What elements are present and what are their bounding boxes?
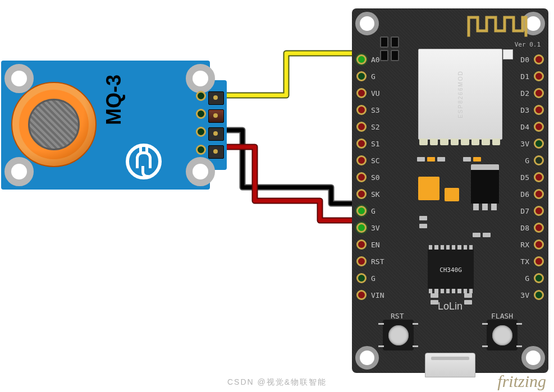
pin-label: G — [371, 207, 376, 215]
ch340-chip-label: CH340G — [428, 266, 474, 274]
sensor-model-label: MQ-3 — [102, 75, 126, 125]
pin-hole — [534, 88, 544, 98]
pin-left-g: G — [356, 273, 376, 283]
pin-hole — [356, 256, 367, 266]
pin-hole — [356, 139, 367, 149]
pin-hole — [356, 223, 367, 233]
pin-left-s3: S3 — [356, 105, 380, 115]
pin-right-d5: D5 — [520, 172, 544, 182]
board-product-label: LoLin — [352, 301, 548, 312]
tantalum-cap — [418, 177, 439, 200]
sensor-header-ao — [208, 91, 224, 105]
pin-label: EN — [371, 241, 380, 249]
pin-hole — [534, 239, 544, 250]
pin-right-g: G — [525, 155, 544, 165]
pin-hole — [534, 189, 544, 199]
pin-column-right: D0D1D2D3D43VGD5D6D7D8RXTXG3V — [510, 54, 544, 300]
pin-hole — [356, 273, 367, 283]
watermark-text: CSDN @视觉&物联智能 — [227, 377, 327, 388]
pin-left-en: EN — [356, 239, 380, 250]
pin-right-d4: D4 — [520, 122, 544, 132]
sensor-pin-header — [208, 91, 223, 159]
smd-component — [417, 157, 425, 162]
mount-hole — [521, 346, 545, 370]
pin-right-d2: D2 — [520, 88, 544, 98]
smd-component — [473, 157, 481, 162]
pin-label: D5 — [520, 173, 529, 182]
pin-label: D0 — [520, 56, 529, 64]
pin-label: D1 — [520, 72, 529, 81]
pin-label: S3 — [371, 106, 380, 114]
pin-left-vin: VIN — [356, 290, 384, 300]
pin-label: SK — [371, 190, 380, 199]
pin-label: G — [371, 274, 376, 283]
pin-hole — [356, 189, 367, 199]
pin-hole — [534, 54, 544, 64]
pin-hole — [534, 155, 544, 165]
pin-hole — [356, 105, 367, 115]
pin-label: 3V — [371, 224, 380, 232]
pin-label: G — [371, 72, 376, 81]
smd-component — [427, 157, 435, 162]
pin-left-s1: S1 — [356, 139, 380, 149]
flash-button-label: FLASH — [491, 312, 513, 320]
ch340-chip: CH340G — [428, 250, 474, 289]
pin-label: SC — [371, 156, 380, 165]
smd-component — [464, 293, 472, 298]
sensor-header-gnd — [208, 127, 224, 141]
pin-label: G — [525, 156, 529, 165]
sensor-header-vcc — [208, 145, 224, 159]
pin-right-tx: TX — [520, 256, 544, 266]
pin-right-3v: 3V — [520, 139, 544, 149]
pin-hole — [534, 105, 544, 115]
pin-left-g: G — [356, 206, 376, 216]
smd-component — [437, 157, 445, 162]
sensor-pin-vcc — [196, 145, 206, 155]
pin-right-3v: 3V — [520, 290, 544, 300]
pin-right-g: G — [525, 273, 544, 283]
pin-hole — [356, 172, 367, 182]
pin-right-d0: D0 — [520, 54, 544, 64]
rst-button[interactable]: RST — [383, 320, 414, 351]
pin-right-d1: D1 — [520, 71, 544, 81]
mount-hole — [186, 64, 215, 93]
shield-pads — [418, 139, 501, 145]
pin-label: VIN — [371, 291, 384, 299]
pin-hole — [356, 155, 367, 165]
esp8266-shield: ESP8266MOD — [418, 49, 502, 140]
pin-hole — [534, 290, 544, 300]
pin-label: S1 — [371, 140, 380, 148]
flash-button[interactable]: FLASH — [487, 320, 518, 351]
pin-hole — [534, 206, 544, 216]
pin-hole — [356, 290, 367, 300]
pin-label: S0 — [371, 173, 380, 182]
pin-label: D8 — [520, 224, 529, 232]
sensor-pin-do — [196, 109, 206, 119]
voltage-regulator — [471, 170, 499, 204]
sensor-header-do — [208, 109, 224, 123]
smd-component — [419, 224, 427, 228]
pin-left-sc: SC — [356, 155, 380, 165]
sensor-pin-gnd — [196, 127, 206, 137]
pin-left-g: G — [356, 71, 376, 81]
pin-left-3v: 3V — [356, 223, 380, 233]
pin-hole — [534, 223, 544, 233]
voltage-regulator-pins — [473, 204, 497, 210]
generator-label: fritzing — [497, 372, 546, 391]
plug-icon — [126, 144, 162, 179]
pin-left-s0: S0 — [356, 172, 380, 182]
tantalum-cap — [445, 188, 459, 201]
pin-hole — [534, 256, 544, 266]
smd-component — [473, 233, 480, 237]
pin-left-vu: VU — [356, 88, 380, 98]
pin-label: VU — [371, 89, 380, 98]
pin-hole — [356, 122, 367, 132]
pin-hole — [356, 88, 367, 98]
nodemcu-lolin-board: Ver 0.1 ESP8266MOD A0GVUS3S2S1SCS0SKG3VE… — [352, 8, 548, 373]
shield-chip-label: ESP8266MOD — [457, 70, 464, 118]
pin-label: RX — [520, 241, 529, 249]
pin-hole — [356, 239, 367, 250]
pin-hole — [356, 206, 367, 216]
pin-hole — [534, 139, 544, 149]
pin-label: S2 — [371, 123, 380, 131]
